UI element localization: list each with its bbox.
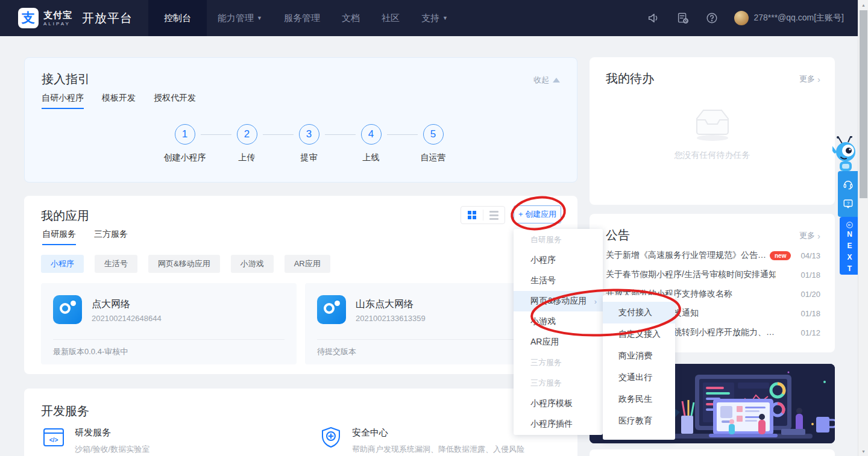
create-app-dropdown: 自研服务 小程序 生活号 网页&移动应用› 小游戏 AR应用 三方服务 三方服务…	[514, 229, 603, 435]
submenu-item-payment-access[interactable]: 支付接入	[603, 302, 675, 323]
menu-group-self-service: 自研服务	[514, 230, 603, 250]
triangle-up-icon	[553, 78, 560, 83]
menu-item-web-mobile[interactable]: 网页&移动应用›	[514, 291, 603, 311]
announcements-more-link[interactable]: 更多›	[799, 230, 820, 241]
svg-text:?: ?	[846, 201, 849, 206]
nav-item-capability[interactable]: 能力管理▼	[207, 0, 273, 36]
step-4: 4上线	[340, 124, 402, 163]
guide-tab-self-miniapp[interactable]: 自研小程序	[42, 93, 84, 109]
nav-item-community[interactable]: 社区	[371, 0, 410, 36]
announcements-title: 公告	[606, 227, 630, 243]
guide-title: 接入指引	[42, 71, 90, 87]
app-status: 最新版本0.0.4-审核中	[53, 339, 285, 357]
apps-tab-self[interactable]: 自研服务	[42, 229, 76, 245]
customer-service-panel[interactable]: ?	[838, 171, 858, 217]
next-version-toggle[interactable]: N E X T	[840, 217, 860, 275]
caret-down-icon: ▼	[442, 15, 448, 21]
scrollbar-thumb[interactable]	[860, 10, 867, 198]
chip-ar[interactable]: AR应用	[285, 255, 330, 273]
nav-item-service[interactable]: 服务管理	[273, 0, 331, 36]
menu-item-third-party[interactable]: 三方服务	[514, 373, 603, 393]
new-badge: new	[770, 251, 791, 260]
menu-item-minigame[interactable]: 小游戏	[514, 311, 603, 332]
app-logo-icon	[317, 295, 346, 324]
account-menu[interactable]: 278***@qq.com[主账号]	[734, 11, 844, 25]
dev-item-security[interactable]: 安全中心 帮助商户发现系统漏洞、降低数据泄露、入侵风险	[319, 426, 524, 455]
todo-empty-text: 您没有任何待办任务	[675, 150, 750, 161]
apps-tab-third-party[interactable]: 三方服务	[94, 229, 128, 245]
chip-web-mobile[interactable]: 网页&移动应用	[148, 255, 220, 273]
app-logo-icon	[53, 295, 82, 324]
menu-item-life-account[interactable]: 生活号	[514, 270, 603, 291]
nav-item-support[interactable]: 支持▼	[410, 0, 459, 36]
dev-item-rnd[interactable]: </> 研发服务 沙箱/验收/数据实验室	[42, 426, 149, 455]
switch-back-icon	[845, 221, 854, 229]
chip-miniapp[interactable]: 小程序	[41, 255, 84, 273]
step-1: 1创建小程序	[154, 124, 216, 163]
todo-card: 我的待办 更多› 您没有任何待办任务	[590, 57, 835, 205]
submenu-item-medical-edu[interactable]: 医疗教育	[603, 410, 675, 432]
account-name: 278***@qq.com[主账号]	[753, 13, 844, 23]
step-2: 2上传	[216, 124, 278, 163]
chevron-right-icon: ›	[817, 74, 820, 84]
guide-steps: 1创建小程序 2上传 3提审 4上线 5自运营	[154, 124, 464, 163]
menu-item-miniapp-plugin[interactable]: 小程序插件	[514, 414, 603, 434]
caret-down-icon: ▼	[257, 15, 262, 21]
guide-tab-template[interactable]: 模板开发	[102, 93, 136, 109]
chip-minigame[interactable]: 小游戏	[231, 255, 274, 273]
question-bubble-icon[interactable]: ?	[843, 198, 854, 209]
nav-item-docs[interactable]: 文档	[331, 0, 371, 36]
submenu-item-commerce[interactable]: 商业消费	[603, 345, 675, 367]
web-mobile-submenu: 支付接入 自定义接入 商业消费 交通出行 政务民生 医疗教育	[603, 295, 675, 440]
dev-services-card: 开发服务 </> 研发服务 沙箱/验收/数据实验室 安全中心 帮助商户发现系统漏…	[24, 389, 577, 456]
top-nav: 支 支付宝 ALIPAY 开放平台 控制台 能力管理▼ 服务管理 文档 社区 支…	[0, 0, 868, 36]
scroll-up-arrow[interactable]: ▲	[858, 0, 868, 10]
my-apps-title: 我的应用	[41, 208, 89, 224]
svg-text:</>: </>	[49, 437, 58, 443]
submenu-arrow-icon: ›	[594, 297, 597, 306]
page-title: 开放平台	[82, 10, 133, 27]
help-icon[interactable]	[705, 11, 719, 25]
grid-view-button[interactable]	[461, 207, 483, 223]
alipay-logo[interactable]: 支 支付宝 ALIPAY	[18, 8, 72, 28]
headset-icon[interactable]	[843, 179, 854, 190]
nav-item-console[interactable]: 控制台	[148, 0, 207, 36]
submenu-item-transport[interactable]: 交通出行	[603, 367, 675, 389]
todo-title: 我的待办	[606, 70, 654, 87]
alipay-logo-icon: 支	[18, 8, 39, 28]
menu-item-ar[interactable]: AR应用	[514, 332, 603, 352]
step-3: 3提审	[278, 124, 340, 163]
grid-view-icon	[468, 211, 476, 219]
document-history-icon[interactable]	[676, 11, 690, 25]
nav-menu: 控制台 能力管理▼ 服务管理 文档 社区 支持▼	[148, 0, 459, 36]
step-5: 5自运营	[402, 124, 464, 163]
assistant-mascot[interactable]	[832, 136, 861, 176]
empty-inbox-icon	[690, 104, 735, 142]
list-view-icon	[489, 211, 498, 220]
submenu-item-government[interactable]: 政务民生	[603, 389, 675, 410]
announcement-speaker-icon[interactable]	[647, 11, 661, 25]
guide-tab-authorized[interactable]: 授权代开发	[154, 93, 196, 109]
menu-item-miniapp-template[interactable]: 小程序模板	[514, 393, 603, 414]
app-card-diandawangluo[interactable]: 点大网络 2021002142648644 最新版本0.0.4-审核中	[41, 283, 297, 364]
todo-more-link[interactable]: 更多›	[799, 73, 820, 84]
avatar	[734, 11, 749, 25]
chip-life-account[interactable]: 生活号	[95, 255, 137, 273]
view-toggle	[461, 206, 505, 224]
scroll-down-arrow[interactable]: ▼	[858, 446, 868, 456]
menu-item-miniapp[interactable]: 小程序	[514, 250, 603, 270]
partial-card-below	[590, 449, 835, 456]
menu-group-third-party: 三方服务	[514, 352, 603, 373]
brand-en: ALIPAY	[43, 21, 72, 27]
create-app-button[interactable]: + 创建应用	[514, 205, 561, 223]
brand-cn: 支付宝	[43, 10, 72, 21]
page-scrollbar: ▲ ▼	[858, 0, 868, 456]
guide-card: 接入指引 收起 自研小程序 模板开发 授权代开发 1创建小程序 2上传 3提审 …	[24, 57, 577, 183]
announcement-item[interactable]: 关于新增《高速服务行业管理规范》公告… new 04/13	[606, 246, 820, 265]
list-view-button[interactable]	[483, 207, 505, 223]
announcement-item[interactable]: 关于春节假期小程序/生活号审核时间安排通知 01/18	[606, 265, 820, 284]
collapse-button[interactable]: 收起	[533, 75, 560, 86]
submenu-item-custom-access[interactable]: 自定义接入	[603, 323, 675, 345]
dev-services-title: 开发服务	[41, 403, 89, 419]
shield-plus-icon	[319, 426, 342, 449]
